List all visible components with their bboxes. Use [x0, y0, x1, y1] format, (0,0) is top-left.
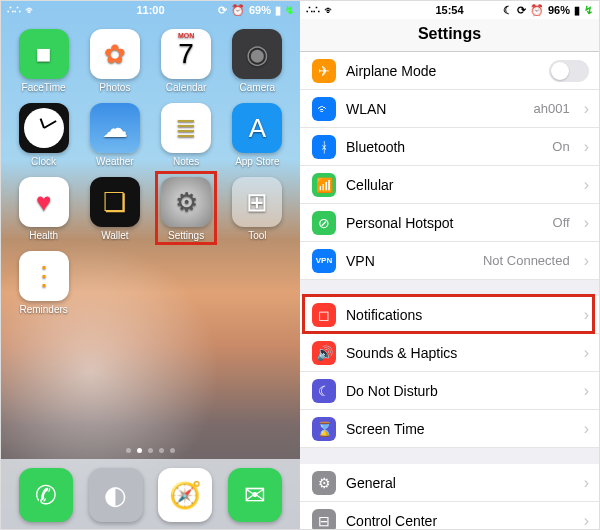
app-label: App Store: [235, 156, 279, 167]
app-label: Wallet: [101, 230, 128, 241]
row-title: Airplane Mode: [346, 63, 539, 79]
app-facetime[interactable]: ■FaceTime: [11, 29, 76, 93]
chevron-right-icon: ›: [584, 382, 589, 400]
dnd-icon: ☾: [312, 379, 336, 403]
chevron-right-icon: ›: [584, 474, 589, 492]
row-title: Cellular: [346, 177, 570, 193]
home-grid: ■FaceTime✿PhotosMON7Calendar◉CameraClock…: [1, 19, 300, 315]
cellular-icon: 📶: [312, 173, 336, 197]
general-icon: ⚙: [312, 471, 336, 495]
row-title: VPN: [346, 253, 473, 269]
settings-row-bluetooth[interactable]: ᚼBluetoothOn›: [300, 128, 599, 166]
weather-icon: ☁: [90, 103, 140, 153]
status-time: 15:54: [300, 4, 599, 16]
vpn-icon: VPN: [312, 249, 336, 273]
page-title: Settings: [300, 19, 599, 52]
chevron-right-icon: ›: [584, 420, 589, 438]
app-tool[interactable]: ⊞Tool: [225, 177, 290, 241]
settings-icon: ⚙: [161, 177, 211, 227]
app-label: FaceTime: [22, 82, 66, 93]
row-title: Control Center: [346, 513, 570, 529]
settings-row-notifications[interactable]: ◻Notifications›: [300, 296, 599, 334]
app-label: Health: [29, 230, 58, 241]
reminders-icon: ⋮: [19, 251, 69, 301]
settings-row-sounds[interactable]: 🔊Sounds & Haptics›: [300, 334, 599, 372]
app-reminders[interactable]: ⋮Reminders: [11, 251, 76, 315]
dock-phone-icon[interactable]: ✆: [19, 468, 73, 522]
screentime-icon: ⌛: [312, 417, 336, 441]
page-indicator[interactable]: [1, 448, 300, 453]
status-bar-left: ∴∴ ᯤ 11:00 ⟳ ⏰ 69% ▮ ↯: [1, 1, 300, 19]
chevron-right-icon: ›: [584, 138, 589, 156]
row-value: Off: [553, 215, 570, 230]
app-app-store[interactable]: AApp Store: [225, 103, 290, 167]
wifi-icon: ᯤ: [312, 97, 336, 121]
toggle-airplane[interactable]: [549, 60, 589, 82]
app-weather[interactable]: ☁Weather: [82, 103, 147, 167]
chevron-right-icon: ›: [584, 100, 589, 118]
app-label: Calendar: [166, 82, 207, 93]
airplane-icon: ✈: [312, 59, 336, 83]
row-title: Bluetooth: [346, 139, 542, 155]
hotspot-icon: ⊘: [312, 211, 336, 235]
settings-list[interactable]: ✈Airplane ModeᯤWLANah001›ᚼBluetoothOn›📶C…: [300, 52, 599, 530]
row-title: Notifications: [346, 307, 570, 323]
status-time: 11:00: [1, 4, 300, 16]
settings-row-controlcenter[interactable]: ⊟Control Center›: [300, 502, 599, 530]
app-store-icon: A: [232, 103, 282, 153]
app-notes[interactable]: ≣Notes: [154, 103, 219, 167]
row-title: Do Not Disturb: [346, 383, 570, 399]
dock: ✆◐🧭✉: [1, 459, 300, 530]
health-icon: ♥: [19, 177, 69, 227]
camera-icon: ◉: [232, 29, 282, 79]
settings-row-general[interactable]: ⚙General›: [300, 464, 599, 502]
settings-screen: ∴∴ ᯤ 15:54 ☾ ⟳ ⏰ 96% ▮ ↯ Settings ✈Airpl…: [300, 1, 599, 530]
row-value: On: [552, 139, 569, 154]
status-bar-right: ∴∴ ᯤ 15:54 ☾ ⟳ ⏰ 96% ▮ ↯: [300, 1, 599, 19]
settings-row-dnd[interactable]: ☾Do Not Disturb›: [300, 372, 599, 410]
notifications-icon: ◻: [312, 303, 336, 327]
clock-icon: [19, 103, 69, 153]
app-label: Settings: [168, 230, 204, 241]
photos-icon: ✿: [90, 29, 140, 79]
app-calendar[interactable]: MON7Calendar: [154, 29, 219, 93]
dock-messages-icon[interactable]: ✉: [228, 468, 282, 522]
row-value: ah001: [534, 101, 570, 116]
sounds-icon: 🔊: [312, 341, 336, 365]
row-title: WLAN: [346, 101, 524, 117]
row-title: Personal Hotspot: [346, 215, 543, 231]
app-settings[interactable]: ⚙Settings: [154, 177, 219, 241]
settings-row-screentime[interactable]: ⌛Screen Time›: [300, 410, 599, 448]
row-value: Not Connected: [483, 253, 570, 268]
facetime-icon: ■: [19, 29, 69, 79]
app-photos[interactable]: ✿Photos: [82, 29, 147, 93]
app-label: Weather: [96, 156, 134, 167]
row-title: Sounds & Haptics: [346, 345, 570, 361]
tool-icon: ⊞: [232, 177, 282, 227]
dock-contacts-icon[interactable]: ◐: [89, 468, 143, 522]
row-title: Screen Time: [346, 421, 570, 437]
dock-safari-icon[interactable]: 🧭: [158, 468, 212, 522]
app-camera[interactable]: ◉Camera: [225, 29, 290, 93]
chevron-right-icon: ›: [584, 512, 589, 530]
chevron-right-icon: ›: [584, 214, 589, 232]
app-label: Reminders: [19, 304, 67, 315]
app-label: Photos: [99, 82, 130, 93]
calendar-icon: MON7: [161, 29, 211, 79]
settings-row-cellular[interactable]: 📶Cellular›: [300, 166, 599, 204]
app-label: Clock: [31, 156, 56, 167]
wallet-icon: ❏: [90, 177, 140, 227]
app-health[interactable]: ♥Health: [11, 177, 76, 241]
row-title: General: [346, 475, 570, 491]
app-wallet[interactable]: ❏Wallet: [82, 177, 147, 241]
chevron-right-icon: ›: [584, 344, 589, 362]
settings-row-airplane[interactable]: ✈Airplane Mode: [300, 52, 599, 90]
app-label: Notes: [173, 156, 199, 167]
settings-row-wifi[interactable]: ᯤWLANah001›: [300, 90, 599, 128]
app-label: Tool: [248, 230, 266, 241]
app-clock[interactable]: Clock: [11, 103, 76, 167]
bluetooth-icon: ᚼ: [312, 135, 336, 159]
settings-row-vpn[interactable]: VPNVPNNot Connected›: [300, 242, 599, 280]
home-screen: ∴∴ ᯤ 11:00 ⟳ ⏰ 69% ▮ ↯ ■FaceTime✿PhotosM…: [1, 1, 300, 530]
settings-row-hotspot[interactable]: ⊘Personal HotspotOff›: [300, 204, 599, 242]
